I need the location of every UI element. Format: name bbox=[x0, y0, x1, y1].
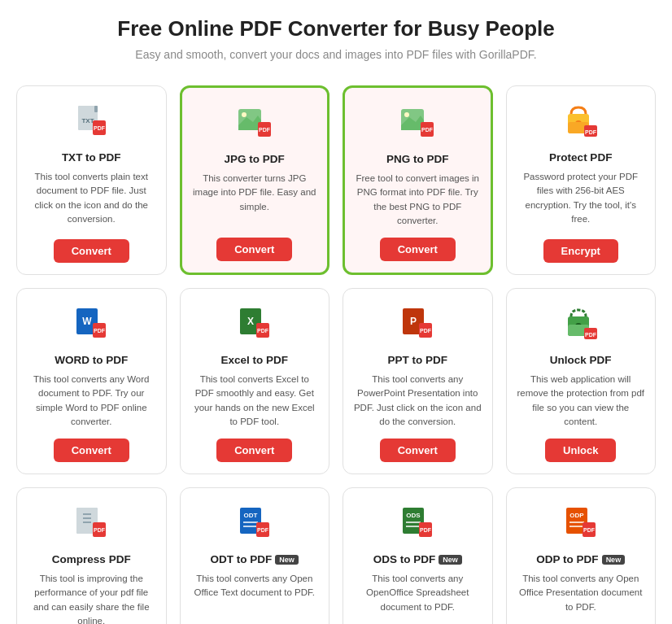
png-to-pdf-button[interactable]: Convert bbox=[380, 238, 456, 261]
ods-to-pdf-desc: This tool converts any OpenOffice Spread… bbox=[353, 572, 482, 624]
excel-to-pdf-icon: X PDF bbox=[233, 303, 276, 346]
svg-text:PDF: PDF bbox=[583, 527, 596, 533]
ods-to-pdf-badge: New bbox=[439, 555, 462, 565]
svg-text:PDF: PDF bbox=[585, 129, 597, 135]
unlock-pdf-title: Unlock PDF bbox=[550, 354, 612, 366]
png-to-pdf-title: PNG to PDF bbox=[386, 153, 449, 165]
odt-to-pdf-badge: New bbox=[275, 555, 299, 565]
jpg-to-pdf-button[interactable]: Convert bbox=[216, 238, 292, 261]
word-to-pdf-icon: W PDF bbox=[70, 303, 112, 346]
png-to-pdf-desc: Free tool to convert images in PNG forma… bbox=[355, 172, 481, 228]
tool-grid: TXT PDF TXT to PDFThis tool converts pla… bbox=[16, 85, 656, 624]
svg-text:X: X bbox=[247, 316, 254, 327]
png-to-pdf-icon: PDF bbox=[396, 103, 439, 145]
word-to-pdf-title: WORD to PDF bbox=[55, 354, 128, 366]
page-header: Free Online PDF Converter for Busy Peopl… bbox=[16, 16, 656, 61]
txt-to-pdf-icon: TXT PDF bbox=[70, 101, 112, 143]
unlock-pdf-button[interactable]: Unlock bbox=[545, 439, 616, 462]
protect-pdf-icon: PDF bbox=[560, 101, 602, 143]
svg-text:PDF: PDF bbox=[420, 527, 432, 533]
odp-to-pdf-icon: ODP PDF bbox=[560, 503, 602, 545]
jpg-to-pdf-desc: This converter turns JPG image into PDF … bbox=[192, 172, 318, 228]
odt-to-pdf-title: ODT to PDFNew bbox=[211, 553, 299, 565]
card-odt-to-pdf: ODT PDF ODT to PDFNewThis tool converts … bbox=[180, 487, 330, 624]
ods-to-pdf-icon: ODS PDF bbox=[396, 503, 439, 545]
excel-to-pdf-button[interactable]: Convert bbox=[216, 439, 292, 462]
protect-pdf-title: Protect PDF bbox=[549, 151, 612, 164]
compress-pdf-desc: This tool is improving the performance o… bbox=[27, 572, 156, 624]
jpg-to-pdf-icon: PDF bbox=[233, 103, 276, 145]
page-subtitle: Easy and smooth, convert your docs and i… bbox=[16, 48, 656, 61]
svg-text:PDF: PDF bbox=[257, 527, 269, 533]
svg-text:PDF: PDF bbox=[420, 328, 432, 334]
svg-text:PDF: PDF bbox=[94, 527, 106, 533]
jpg-to-pdf-title: JPG to PDF bbox=[225, 153, 285, 165]
txt-to-pdf-title: TXT to PDF bbox=[62, 151, 121, 164]
card-compress-pdf: PDF Compress PDFThis tool is improving t… bbox=[16, 487, 167, 624]
svg-text:TXT: TXT bbox=[82, 117, 94, 124]
svg-text:ODP: ODP bbox=[569, 512, 584, 519]
svg-text:ODT: ODT bbox=[243, 512, 257, 519]
svg-text:PDF: PDF bbox=[94, 125, 106, 131]
card-unlock-pdf: PDF Unlock PDFThis web application will … bbox=[506, 288, 657, 474]
excel-to-pdf-title: Excel to PDF bbox=[220, 354, 288, 366]
card-excel-to-pdf: X PDF Excel to PDFThis tool converts Exc… bbox=[180, 288, 330, 474]
txt-to-pdf-button[interactable]: Convert bbox=[54, 239, 129, 263]
svg-point-7 bbox=[242, 112, 247, 117]
card-word-to-pdf: W PDF WORD to PDFThis tool converts any … bbox=[16, 288, 167, 474]
card-ppt-to-pdf: P PDF PPT to PDFThis tool converts any P… bbox=[343, 288, 493, 474]
word-to-pdf-button[interactable]: Convert bbox=[54, 439, 129, 462]
svg-text:PDF: PDF bbox=[257, 328, 269, 334]
odp-to-pdf-title: ODP to PDFNew bbox=[536, 553, 625, 565]
ppt-to-pdf-icon: P PDF bbox=[396, 303, 439, 346]
card-ods-to-pdf: ODS PDF ODS to PDFNewThis tool converts … bbox=[343, 487, 493, 624]
card-odp-to-pdf: ODP PDF ODP to PDFNewThis tool converts … bbox=[506, 487, 657, 624]
unlock-pdf-icon: PDF bbox=[560, 303, 602, 346]
svg-text:W: W bbox=[83, 316, 93, 327]
compress-pdf-icon: PDF bbox=[70, 503, 112, 545]
ppt-to-pdf-title: PPT to PDF bbox=[388, 354, 448, 366]
svg-text:PDF: PDF bbox=[259, 127, 271, 133]
odt-to-pdf-desc: This tool converts any Open Office Text … bbox=[190, 572, 320, 624]
protect-pdf-desc: Password protect your PDF files with 256… bbox=[517, 170, 646, 229]
unlock-pdf-desc: This web application will remove the pro… bbox=[517, 373, 646, 429]
card-protect-pdf: PDF Protect PDFPassword protect your PDF… bbox=[506, 85, 657, 275]
svg-text:P: P bbox=[410, 316, 417, 327]
ppt-to-pdf-desc: This tool converts any PowerPoint Presen… bbox=[353, 373, 482, 429]
page-title: Free Online PDF Converter for Busy Peopl… bbox=[16, 16, 656, 41]
card-png-to-pdf: PDF PNG to PDFFree tool to convert image… bbox=[343, 85, 493, 275]
svg-text:ODS: ODS bbox=[407, 512, 421, 519]
txt-to-pdf-desc: This tool converts plain text document t… bbox=[27, 170, 156, 229]
excel-to-pdf-desc: This tool converts Excel to PDF smoothly… bbox=[190, 373, 320, 429]
svg-text:PDF: PDF bbox=[585, 332, 597, 338]
svg-text:PDF: PDF bbox=[421, 127, 434, 133]
card-jpg-to-pdf: PDF JPG to PDFThis converter turns JPG i… bbox=[180, 85, 330, 275]
card-txt-to-pdf: TXT PDF TXT to PDFThis tool converts pla… bbox=[16, 85, 167, 275]
odt-to-pdf-icon: ODT PDF bbox=[233, 503, 276, 545]
ppt-to-pdf-button[interactable]: Convert bbox=[380, 439, 456, 462]
odp-to-pdf-badge: New bbox=[602, 555, 626, 565]
word-to-pdf-desc: This tool converts any Word document to … bbox=[27, 373, 156, 429]
ods-to-pdf-title: ODS to PDFNew bbox=[373, 553, 462, 565]
protect-pdf-button[interactable]: Encrypt bbox=[543, 239, 618, 263]
compress-pdf-title: Compress PDF bbox=[52, 553, 131, 565]
svg-point-12 bbox=[404, 112, 409, 117]
svg-text:PDF: PDF bbox=[94, 328, 106, 334]
svg-rect-2 bbox=[94, 106, 98, 112]
odp-to-pdf-desc: This tool converts any Open Office Prese… bbox=[517, 572, 646, 624]
